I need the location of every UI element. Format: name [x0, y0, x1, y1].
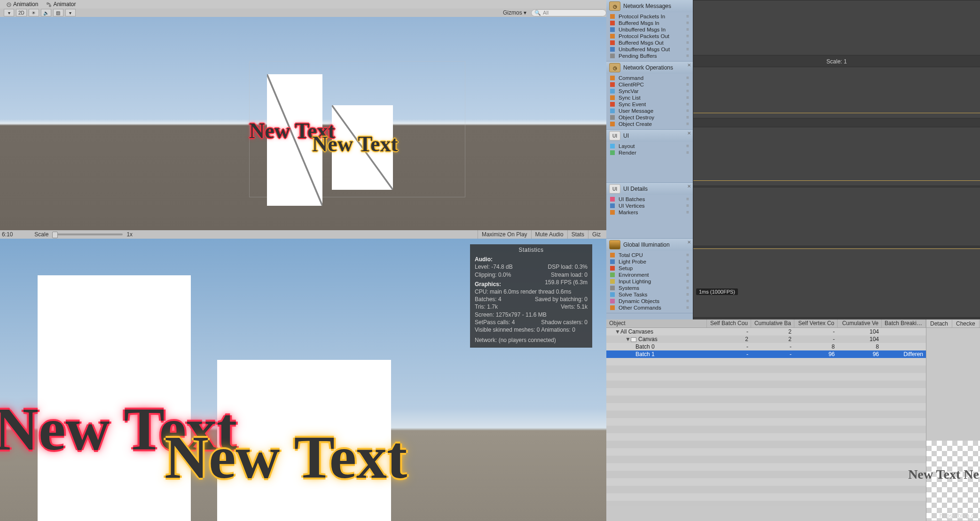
profiler-metric[interactable]: Unbuffered Msgs In≡	[606, 26, 693, 33]
drag-handle-icon[interactable]: ≡	[686, 304, 689, 311]
checkerboard-toggle[interactable]: Checke	[952, 320, 980, 327]
table-row[interactable]: Batch 0--88	[606, 343, 926, 350]
profiler-metric[interactable]: Other Commands≡	[606, 304, 693, 311]
module-ui[interactable]: ✕UIUI Layout≡Render≡	[606, 130, 693, 183]
drag-handle-icon[interactable]: ≡	[686, 81, 689, 88]
profiler-metric[interactable]: Markers≡	[606, 209, 693, 216]
timeline-track[interactable]	[693, 247, 980, 318]
drag-handle-icon[interactable]: ≡	[686, 33, 689, 39]
profiler-metric[interactable]: Solve Tasks≡	[606, 291, 693, 298]
tab-animator[interactable]: Animator	[43, 0, 79, 8]
aspect-dropdown[interactable]: 6:10	[2, 231, 13, 238]
profiler-metric[interactable]: Systems≡	[606, 285, 693, 291]
drag-handle-icon[interactable]: ≡	[686, 108, 689, 114]
header-breaking[interactable]: Batch Breaking	[882, 319, 926, 327]
profiler-metric[interactable]: ClientRPC≡	[606, 81, 693, 88]
profiler-metric[interactable]: UI Vertices≡	[606, 202, 693, 209]
scene-view[interactable]: New Text New Text	[0, 17, 606, 230]
drag-handle-icon[interactable]: ≡	[686, 252, 689, 258]
close-icon[interactable]: ✕	[687, 131, 691, 136]
profiler-timeline[interactable]: Scale: 1 1ms (1000FPS)	[693, 0, 980, 319]
profiler-metric[interactable]: Dynamic Objects≡	[606, 298, 693, 304]
scene-search[interactable]: 🔍 All	[531, 9, 606, 16]
table-row[interactable]: ▼All Canvases-2-104	[606, 328, 926, 335]
profiler-metric[interactable]: Buffered Msgs In≡	[606, 20, 693, 26]
profiler-metric[interactable]: Unbuffered Msgs Out≡	[606, 46, 693, 53]
toggle-lighting[interactable]: ☀	[29, 9, 39, 16]
tree-toggle[interactable]: ▼	[625, 336, 630, 342]
detach-button[interactable]: Detach	[926, 320, 952, 327]
shaded-dropdown[interactable]: ▾	[4, 9, 14, 16]
profiler-metric[interactable]: Render≡	[606, 149, 693, 156]
profiler-metric[interactable]: User Message≡	[606, 108, 693, 114]
header-cum-batch[interactable]: Cumulative Ba	[751, 319, 794, 327]
drag-handle-icon[interactable]: ≡	[686, 265, 689, 272]
module-ui-details[interactable]: ✕UIUI Details UI Batches≡UI Vertices≡Mar…	[606, 183, 693, 239]
header-cum-vertex[interactable]: Cumulative Ve	[838, 319, 882, 327]
game-view[interactable]: New Text New Text Statistics Audio: Leve…	[0, 239, 606, 521]
profiler-metric[interactable]: Sync Event≡	[606, 101, 693, 108]
toggle-audio[interactable]: 🔈	[41, 9, 51, 16]
mute-audio-toggle[interactable]: Mute Audio	[531, 230, 567, 239]
toggle-fx[interactable]: ▧	[53, 9, 63, 16]
profiler-metric[interactable]: Buffered Msgs Out≡	[606, 39, 693, 46]
gizmos-toggle[interactable]: Giz	[588, 230, 604, 239]
header-self-batch[interactable]: Self Batch Cou	[707, 319, 751, 327]
profiler-metric[interactable]: Protocol Packets Out≡	[606, 33, 693, 39]
table-row[interactable]: Batch 1--9696Differen	[606, 350, 926, 358]
profiler-metric[interactable]: Layout≡	[606, 143, 693, 149]
drag-handle-icon[interactable]: ≡	[686, 291, 689, 298]
drag-handle-icon[interactable]: ≡	[686, 88, 689, 94]
ui-text-gold[interactable]: New Text	[312, 132, 398, 156]
profiler-metric[interactable]: Light Probe≡	[606, 258, 693, 265]
tab-animation[interactable]: Animation	[3, 0, 42, 8]
gizmos-dropdown[interactable]: Gizmos ▾	[503, 9, 529, 16]
extra-dropdown[interactable]: ▾	[65, 9, 76, 16]
drag-handle-icon[interactable]: ≡	[686, 258, 689, 265]
drag-handle-icon[interactable]: ≡	[686, 209, 689, 216]
profiler-metric[interactable]: Object Destroy≡	[606, 114, 693, 121]
close-icon[interactable]: ✕	[687, 184, 691, 189]
drag-handle-icon[interactable]: ≡	[686, 101, 689, 108]
profiler-metric[interactable]: Input Lighting≡	[606, 278, 693, 285]
module-global-illumination[interactable]: ✕Global Illumination Total CPU≡Light Pro…	[606, 239, 693, 313]
drag-handle-icon[interactable]: ≡	[686, 196, 689, 202]
drag-handle-icon[interactable]: ≡	[686, 94, 689, 101]
module-network-messages[interactable]: ◷Network Messages Protocol Packets In≡Bu…	[606, 0, 693, 62]
drag-handle-icon[interactable]: ≡	[686, 202, 689, 209]
profiler-metric[interactable]: SyncVar≡	[606, 88, 693, 94]
scale-slider[interactable]	[52, 233, 123, 235]
profiler-metric[interactable]: UI Batches≡	[606, 196, 693, 202]
profiler-metric[interactable]: Total CPU≡	[606, 252, 693, 258]
close-icon[interactable]: ✕	[687, 240, 691, 245]
close-icon[interactable]: ✕	[687, 62, 691, 68]
drag-handle-icon[interactable]: ≡	[686, 121, 689, 127]
timeline-track[interactable]	[693, 187, 980, 246]
toggle-2d[interactable]: 2D	[16, 9, 27, 16]
maximize-on-play-toggle[interactable]: Maximize On Play	[478, 230, 531, 239]
profiler-metric[interactable]: Environment≡	[606, 272, 693, 278]
drag-handle-icon[interactable]: ≡	[686, 26, 689, 33]
header-self-vertex[interactable]: Self Vertex Co	[794, 319, 838, 327]
table-row[interactable]: ▼Canvas22-104	[606, 335, 926, 343]
drag-handle-icon[interactable]: ≡	[686, 114, 689, 121]
module-network-operations[interactable]: ✕◷Network Operations Command≡ClientRPC≡S…	[606, 62, 693, 130]
stats-toggle[interactable]: Stats	[567, 230, 588, 239]
drag-handle-icon[interactable]: ≡	[686, 285, 689, 291]
drag-handle-icon[interactable]: ≡	[686, 46, 689, 53]
timeline-track[interactable]	[693, 127, 980, 186]
drag-handle-icon[interactable]: ≡	[686, 272, 689, 278]
profiler-metric[interactable]: Command≡	[606, 75, 693, 81]
drag-handle-icon[interactable]: ≡	[686, 53, 689, 59]
drag-handle-icon[interactable]: ≡	[686, 298, 689, 304]
drag-handle-icon[interactable]: ≡	[686, 75, 689, 81]
profiler-metric[interactable]: Protocol Packets In≡	[606, 13, 693, 20]
timeline-track[interactable]	[693, 0, 980, 55]
tree-toggle[interactable]: ▼	[615, 328, 619, 335]
profiler-metric[interactable]: Pending Buffers≡	[606, 53, 693, 59]
header-object[interactable]: Object	[606, 319, 707, 327]
drag-handle-icon[interactable]: ≡	[686, 20, 689, 26]
drag-handle-icon[interactable]: ≡	[686, 278, 689, 285]
profiler-metric[interactable]: Setup≡	[606, 265, 693, 272]
profiler-metric[interactable]: Object Create≡	[606, 121, 693, 127]
